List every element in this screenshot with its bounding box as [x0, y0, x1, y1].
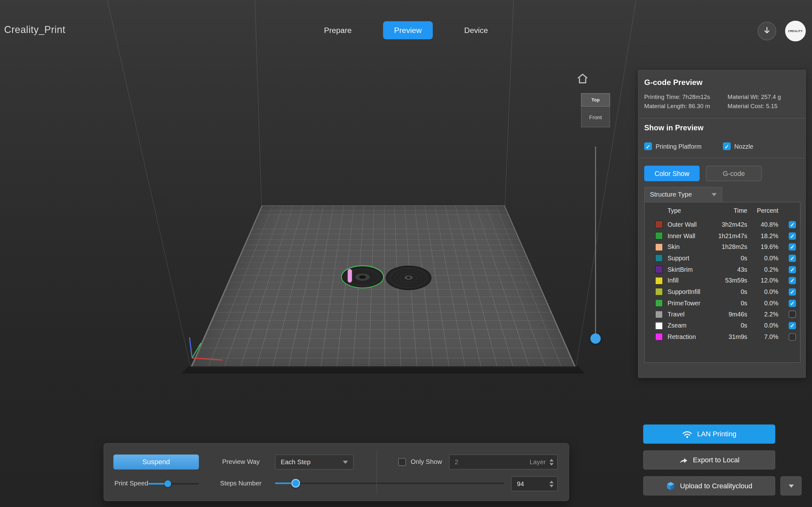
nozzle-label: Nozzle — [734, 143, 753, 150]
spinner-up-icon[interactable] — [549, 481, 553, 483]
creality-logo[interactable]: CREALITY — [785, 20, 806, 41]
preview-way-label: Preview Way — [222, 458, 260, 465]
row-percent: 0.0% — [747, 300, 778, 307]
row-visibility-checkbox[interactable] — [789, 311, 796, 318]
row-time: 1h21m47s — [710, 232, 747, 239]
header-type: Type — [655, 207, 710, 214]
structure-type-dropdown-label: Structure Type — [650, 191, 692, 198]
color-swatch — [655, 333, 663, 341]
row-visibility-checkbox[interactable] — [789, 277, 796, 284]
row-time: 0s — [710, 322, 747, 329]
layer-slider[interactable] — [590, 145, 601, 344]
creality-print-window: Creality_Print Prepare Preview Device CR… — [0, 0, 812, 507]
tab-preview[interactable]: Preview — [383, 21, 433, 39]
row-type: PrimeTower — [667, 300, 710, 307]
steps-number-input[interactable]: 94 — [511, 476, 558, 491]
color-swatch — [655, 221, 663, 228]
row-percent: 7.0% — [747, 333, 778, 341]
table-row: Retraction 31m9s 7.0% — [645, 331, 800, 342]
color-swatch — [655, 311, 663, 318]
row-visibility-checkbox[interactable] — [789, 243, 796, 251]
row-visibility-checkbox[interactable] — [789, 322, 796, 329]
divider — [377, 451, 377, 494]
steps-number-slider-handle[interactable] — [291, 479, 300, 488]
row-type: Infill — [667, 277, 710, 284]
table-row: Skin 1h28m2s 19.6% — [645, 241, 800, 252]
only-show-checkbox[interactable] — [398, 458, 406, 466]
row-percent: 0.0% — [747, 255, 778, 262]
view-cube-front-face[interactable]: Front — [581, 107, 610, 127]
row-type: SupportInfill — [667, 288, 710, 295]
material-length: Material Length: 86.30 m — [644, 103, 727, 109]
chevron-down-icon — [343, 460, 348, 463]
table-row: SkirtBrim 43s 0.2% — [645, 264, 800, 275]
view-cube-top-face[interactable]: Top — [581, 93, 610, 107]
table-row: Support 0s 0.0% — [645, 253, 800, 264]
row-visibility-checkbox[interactable] — [789, 255, 796, 262]
row-visibility-checkbox[interactable] — [789, 266, 796, 273]
print-speed-label: Print Speed — [114, 480, 149, 487]
chevron-down-icon — [789, 484, 794, 487]
suspend-button[interactable]: Suspend — [114, 454, 199, 469]
export-icon — [679, 456, 688, 464]
row-time: 43s — [710, 266, 747, 273]
row-type: Zseam — [667, 322, 710, 329]
structure-type-dropdown[interactable]: Structure Type — [644, 187, 722, 202]
print-speed-slider[interactable] — [148, 480, 199, 487]
row-percent: 0.0% — [747, 288, 778, 295]
color-swatch — [655, 232, 663, 239]
row-type: Inner Wall — [667, 232, 710, 239]
header-percent: Percent — [747, 207, 778, 214]
upload-to-crealitycloud-button[interactable]: Upload to Crealitycloud — [643, 476, 775, 495]
tab-prepare[interactable]: Prepare — [313, 21, 363, 39]
layer-slider-track — [595, 147, 596, 342]
wifi-icon — [682, 430, 692, 438]
row-visibility-checkbox[interactable] — [789, 300, 796, 307]
printing-platform-checkbox[interactable] — [644, 143, 652, 150]
table-row: Infill 53m59s 12.0% — [645, 275, 800, 286]
layer-spinner[interactable] — [549, 459, 553, 465]
upload-to-crealitycloud-label: Upload to Crealitycloud — [680, 482, 752, 490]
row-percent: 0.0% — [747, 322, 778, 329]
row-percent: 19.6% — [747, 243, 778, 251]
color-swatch — [655, 322, 663, 329]
tab-device[interactable]: Device — [453, 21, 499, 39]
only-show-layer-input[interactable]: 2 Layer — [449, 454, 558, 469]
row-percent: 40.8% — [747, 221, 778, 228]
export-to-local-button[interactable]: Export to Local — [643, 450, 775, 469]
upload-options-chevron-button[interactable] — [780, 476, 802, 495]
color-show-button[interactable]: Color Show — [644, 166, 700, 181]
layer-slider-handle[interactable] — [590, 333, 601, 344]
view-cube[interactable]: Top Front — [581, 93, 610, 127]
row-visibility-checkbox[interactable] — [789, 221, 796, 228]
preview-way-value: Each Step — [281, 458, 311, 466]
row-visibility-checkbox[interactable] — [789, 333, 796, 341]
gcode-button[interactable]: G-code — [706, 166, 762, 181]
row-visibility-checkbox[interactable] — [789, 288, 796, 295]
row-time: 0s — [710, 300, 747, 307]
row-time: 0s — [710, 288, 747, 295]
preview-way-dropdown[interactable]: Each Step — [275, 454, 354, 469]
row-visibility-checkbox[interactable] — [789, 232, 796, 239]
home-view-button[interactable] — [576, 73, 589, 85]
row-type: Retraction — [667, 333, 710, 341]
download-button[interactable] — [758, 22, 776, 41]
nozzle-checkbox[interactable] — [723, 143, 730, 150]
row-time: 0s — [710, 255, 747, 262]
print-speed-slider-handle[interactable] — [165, 481, 171, 487]
build-plate — [190, 206, 576, 368]
export-to-local-label: Export to Local — [693, 456, 739, 463]
spinner-down-icon[interactable] — [549, 463, 553, 465]
steps-number-slider[interactable] — [275, 480, 504, 487]
row-time: 1h28m2s — [710, 243, 747, 251]
only-show-label: Only Show — [411, 458, 442, 465]
gcode-preview-panel: G-code Preview Printing Time: 7h28m12s M… — [638, 70, 806, 378]
steps-spinner[interactable] — [549, 481, 553, 487]
download-icon — [763, 26, 771, 36]
table-row: SupportInfill 0s 0.0% — [645, 286, 800, 297]
spinner-down-icon[interactable] — [549, 485, 553, 487]
lan-printing-button[interactable]: LAN Printing — [643, 425, 775, 444]
spinner-up-icon[interactable] — [549, 459, 553, 461]
only-show-layer-value: 2 — [449, 458, 458, 466]
row-type: Support — [667, 255, 710, 262]
